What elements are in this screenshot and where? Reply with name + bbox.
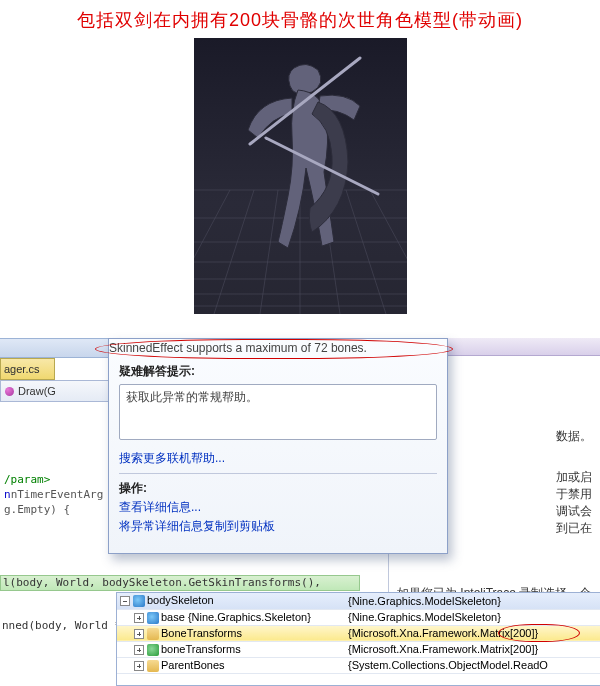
- watch-name: boneTransforms: [161, 643, 241, 655]
- watch-row[interactable]: bodySkeleton{Nine.Graphics.ModelSkeleton…: [117, 593, 600, 609]
- character-silhouette: [194, 38, 407, 314]
- field-icon: [147, 644, 159, 656]
- watch-table: bodySkeleton{Nine.Graphics.ModelSkeleton…: [117, 593, 600, 674]
- view-details-link[interactable]: 查看详细信息...: [119, 499, 437, 516]
- code-line: nnTimerEventArg: [4, 487, 101, 502]
- method-name: Draw(G: [18, 385, 56, 397]
- file-tab[interactable]: ager.cs: [0, 358, 55, 380]
- troubleshoot-heading: 疑难解答提示:: [119, 363, 437, 380]
- watch-row[interactable]: BoneTransforms{Microsoft.Xna.Framework.M…: [117, 625, 600, 641]
- watch-value: {System.Collections.ObjectModel.ReadO: [345, 657, 600, 673]
- watch-name: bodySkeleton: [147, 594, 214, 606]
- method-nav[interactable]: Draw(G: [0, 380, 110, 402]
- watch-row[interactable]: base {Nine.Graphics.Skeleton}{Nine.Graph…: [117, 609, 600, 625]
- watch-row[interactable]: ParentBones{System.Collections.ObjectMod…: [117, 657, 600, 673]
- code-line: g.Empty) {: [4, 502, 101, 517]
- ide-area: ager.cs Draw(G /param> nnTimerEventArg g…: [0, 338, 600, 686]
- watch-value: {Microsoft.Xna.Framework.Matrix[200]}: [345, 625, 600, 641]
- folder-icon: [147, 660, 159, 672]
- watch-name: ParentBones: [161, 659, 225, 671]
- exception-help-textbox[interactable]: 获取此异常的常规帮助。: [119, 384, 437, 440]
- model-viewport-wrap: [0, 38, 600, 317]
- page-title: 包括双剑在内拥有200块骨骼的次世角色模型(带动画): [0, 0, 600, 34]
- model-viewport[interactable]: [194, 38, 407, 314]
- watch-name: BoneTransforms: [161, 627, 242, 639]
- wand-icon: [147, 612, 159, 624]
- watch-value: {Nine.Graphics.ModelSkeleton}: [345, 609, 600, 625]
- watch-panel[interactable]: bodySkeleton{Nine.Graphics.ModelSkeleton…: [116, 592, 600, 686]
- folder-icon: [147, 628, 159, 640]
- code-editor[interactable]: /param> nnTimerEventArg g.Empty) {: [0, 402, 105, 682]
- divider: [119, 473, 437, 474]
- watch-name: base {Nine.Graphics.Skeleton}: [161, 611, 311, 623]
- expand-icon[interactable]: [134, 661, 144, 671]
- expand-icon[interactable]: [134, 613, 144, 623]
- wand-icon: [133, 595, 145, 607]
- expand-icon[interactable]: [134, 645, 144, 655]
- operations-heading: 操作:: [119, 480, 437, 497]
- expand-icon[interactable]: [134, 629, 144, 639]
- highlighted-code-line[interactable]: l(body, World, bodySkeleton.GetSkinTrans…: [0, 575, 360, 591]
- search-online-link[interactable]: 搜索更多联机帮助...: [119, 450, 437, 467]
- expand-icon[interactable]: [120, 596, 130, 606]
- watch-row[interactable]: boneTransforms{Microsoft.Xna.Framework.M…: [117, 641, 600, 657]
- watch-value: {Nine.Graphics.ModelSkeleton}: [345, 593, 600, 609]
- method-icon: [5, 387, 14, 396]
- copy-exception-link[interactable]: 将异常详细信息复制到剪贴板: [119, 518, 437, 535]
- code-line: /param>: [4, 472, 101, 487]
- exception-popup: SkinnedEffect supports a maximum of 72 b…: [108, 338, 448, 554]
- annotation-circle: [95, 339, 453, 359]
- watch-value: {Microsoft.Xna.Framework.Matrix[200]}: [345, 641, 600, 657]
